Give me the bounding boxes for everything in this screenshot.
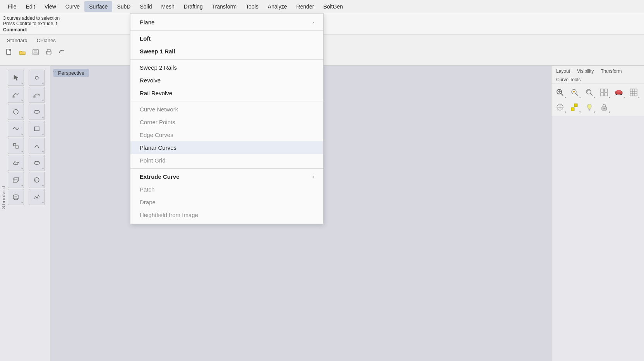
surface-menu-heightfield[interactable]: Heightfield from Image	[130, 209, 323, 221]
ellipse-tool[interactable]: ▾	[29, 104, 45, 120]
svg-rect-16	[16, 146, 18, 148]
menu-render[interactable]: Render	[292, 1, 319, 12]
svg-rect-38	[617, 90, 621, 92]
menu-curve[interactable]: Curve	[61, 1, 84, 12]
curve-tool-2[interactable]: ▾	[29, 87, 45, 103]
freeform-tool[interactable]: ▾	[8, 121, 24, 137]
left-sidebar: Standard ▾ ▾ ▾	[0, 66, 50, 361]
svg-point-39	[616, 94, 617, 95]
save-button[interactable]	[29, 46, 42, 58]
svg-marker-32	[587, 91, 588, 92]
menu-file[interactable]: File	[3, 1, 21, 12]
surface-menu-sweep2rails[interactable]: Sweep 2 Rails	[130, 61, 323, 74]
plane-submenu-arrow: ›	[312, 20, 314, 25]
grid-toggle-button[interactable]: ▾	[627, 86, 641, 99]
svg-rect-14	[34, 127, 39, 131]
curve-tool-1[interactable]: ▾	[8, 87, 24, 103]
circle-tool[interactable]: ▾	[8, 104, 24, 120]
menu-view[interactable]: View	[40, 1, 61, 12]
cplane-button[interactable]: ▾	[553, 100, 567, 114]
svg-point-22	[14, 195, 18, 196]
lock-button[interactable]: ▾	[597, 100, 611, 114]
gumball-button[interactable]: ▾	[568, 100, 582, 114]
surface-menu-cornerpoints[interactable]: Corner Points	[130, 116, 323, 128]
right-toolbar-icons: ▾ ▾ ▾	[552, 84, 644, 116]
toolbar-tab-standard[interactable]: Standard	[3, 36, 31, 44]
svg-rect-50	[571, 108, 574, 111]
separator-4	[130, 168, 323, 169]
gear-tool[interactable]: ▾	[8, 138, 24, 154]
menu-analyze[interactable]: Analyze	[263, 1, 292, 12]
box-tool[interactable]: ▾	[8, 172, 24, 188]
render-preview-button[interactable]: ▾	[612, 86, 626, 99]
surface-tool-1[interactable]: ▾	[8, 155, 24, 171]
undo-view-button[interactable]: ▾	[582, 86, 596, 99]
menu-mesh[interactable]: Mesh	[157, 1, 179, 12]
surface-dropdown-menu: Plane › Loft Sweep 1 Rail Sweep 2 Rails …	[130, 13, 324, 224]
rect-tool[interactable]: ▾	[29, 121, 45, 137]
svg-rect-45	[630, 89, 637, 96]
surface-menu-drape[interactable]: Drape	[130, 196, 323, 209]
surface-menu-extrudecurve[interactable]: Extrude Curve ›	[130, 170, 323, 183]
tool-grid: ▾ ▾ ▾ ▾	[7, 69, 49, 206]
surface-menu-loft[interactable]: Loft	[130, 32, 323, 45]
svg-point-29	[573, 91, 575, 92]
print-button[interactable]	[43, 46, 55, 58]
menu-boltgen[interactable]: BoltGen	[319, 1, 348, 12]
menu-edit[interactable]: Edit	[21, 1, 40, 12]
tab-curve-tools[interactable]: Curve Tools	[553, 76, 584, 84]
menu-subd[interactable]: SubD	[112, 1, 135, 12]
menu-transform[interactable]: Transform	[207, 1, 241, 12]
surface-menu-plane[interactable]: Plane ›	[130, 16, 323, 29]
zoom-selected-button[interactable]: ▾	[568, 86, 582, 99]
svg-rect-2	[34, 50, 37, 51]
tab-visibility[interactable]: Visibility	[574, 67, 597, 75]
surface-menu-curvenetwork[interactable]: Curve Network	[130, 103, 323, 116]
svg-point-8	[35, 76, 38, 79]
undo-button[interactable]	[56, 46, 68, 58]
mesh-tool[interactable]: ▾	[29, 189, 45, 205]
svg-point-20	[34, 179, 39, 181]
viewport-layout-button[interactable]: ▾	[597, 86, 611, 99]
menu-tools[interactable]: Tools	[241, 1, 263, 12]
right-toolbar-tabs: Layout Visibility Transform Curve Tools	[552, 66, 644, 84]
toolbar-tab-cplanes[interactable]: CPlanes	[33, 36, 60, 44]
cylinder-tool[interactable]: ▾	[8, 189, 24, 205]
surface-menu-revolve[interactable]: Revolve	[130, 74, 323, 87]
zoom-extents-button[interactable]: ▾	[553, 86, 567, 99]
tab-layout[interactable]: Layout	[553, 67, 573, 75]
surface-menu-edgecurves[interactable]: Edge Curves	[130, 128, 323, 141]
right-panel: Layout Visibility Transform Curve Tools …	[551, 66, 644, 361]
surface-menu-pointgrid[interactable]: Point Grid	[130, 154, 323, 167]
svg-rect-34	[605, 89, 608, 92]
svg-point-12	[14, 109, 18, 114]
svg-rect-5	[47, 50, 50, 51]
extrude-submenu-arrow: ›	[312, 174, 314, 180]
svg-point-21	[14, 198, 18, 200]
surface-menu-railrevolve[interactable]: Rail Revolve	[130, 87, 323, 99]
menu-drafting[interactable]: Drafting	[179, 1, 207, 12]
lights-button[interactable]: ▾	[582, 100, 596, 114]
svg-rect-3	[34, 53, 38, 55]
menu-solid[interactable]: Solid	[135, 1, 156, 12]
svg-point-54	[604, 108, 605, 109]
surface-tool-2[interactable]: ▾	[29, 155, 45, 171]
separator-2	[130, 59, 323, 60]
arc-tool[interactable]: ▾	[29, 138, 45, 154]
menu-surface[interactable]: Surface	[84, 1, 112, 12]
svg-rect-35	[601, 93, 604, 96]
open-file-button[interactable]	[16, 46, 29, 58]
surface-menu-patch[interactable]: Patch	[130, 183, 323, 196]
select-tool[interactable]: ▾	[8, 70, 24, 86]
new-file-button[interactable]	[3, 46, 15, 58]
surface-menu-sweep1rail[interactable]: Sweep 1 Rail	[130, 45, 323, 58]
svg-line-31	[590, 93, 593, 96]
point-tool[interactable]: ▾	[29, 70, 45, 86]
sphere-tool[interactable]: ▾	[29, 172, 45, 188]
viewport-label: Perspective	[53, 69, 89, 77]
surface-menu-planarcurves[interactable]: Planar Curves	[130, 141, 323, 154]
svg-rect-33	[601, 89, 604, 92]
tab-transform[interactable]: Transform	[598, 67, 625, 75]
svg-rect-36	[605, 93, 608, 96]
separator-1	[130, 30, 323, 31]
